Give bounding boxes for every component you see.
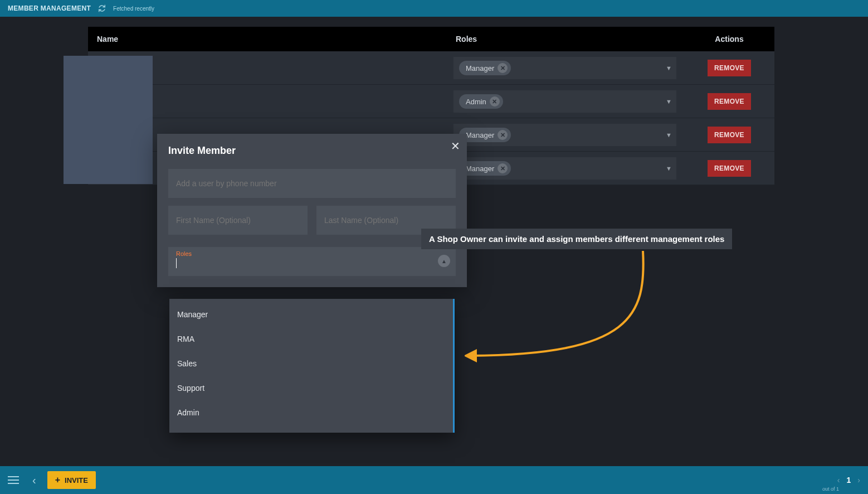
page-prev-icon[interactable]: ‹ bbox=[837, 476, 840, 485]
fetched-status: Fetched recently bbox=[113, 6, 154, 12]
roles-dropdown[interactable]: Manager ✕ ▼ bbox=[453, 157, 676, 180]
page-total: out of 1 bbox=[822, 486, 839, 492]
page-number: 1 bbox=[847, 476, 851, 485]
role-option-manager[interactable]: Manager bbox=[169, 302, 453, 327]
page-title: MEMBER MANAGEMENT bbox=[8, 4, 91, 12]
column-roles: Roles bbox=[453, 35, 693, 43]
bottom-bar: ‹ + INVITE ‹ 1 › out of 1 bbox=[0, 466, 868, 494]
role-chip-label: Admin bbox=[466, 98, 486, 106]
annotation-tooltip: A Shop Owner can invite and assign membe… bbox=[421, 229, 732, 249]
page-next-icon[interactable]: › bbox=[857, 476, 860, 485]
role-chip-label: Manager bbox=[466, 131, 494, 139]
table-row: Admin ✕ ▼ REMOVE bbox=[88, 85, 774, 118]
plus-icon: + bbox=[55, 476, 60, 485]
chevron-down-icon[interactable]: ▼ bbox=[666, 132, 672, 138]
roles-label: Roles bbox=[176, 250, 448, 257]
invite-button-label: INVITE bbox=[65, 476, 88, 485]
remove-role-icon[interactable]: ✕ bbox=[498, 163, 508, 173]
remove-role-icon[interactable]: ✕ bbox=[490, 96, 500, 106]
chevron-down-icon[interactable]: ▼ bbox=[666, 65, 672, 71]
role-chip: Manager ✕ bbox=[459, 61, 511, 75]
roles-dropdown[interactable]: Manager ✕ ▼ bbox=[453, 124, 676, 146]
role-option-support[interactable]: Support bbox=[169, 376, 453, 400]
remove-button[interactable]: REMOVE bbox=[708, 93, 751, 110]
chevron-down-icon[interactable]: ▼ bbox=[666, 98, 672, 105]
back-icon[interactable]: ‹ bbox=[29, 474, 40, 487]
avatar-redacted bbox=[64, 56, 153, 184]
column-name: Name bbox=[97, 35, 453, 43]
role-chip-label: Manager bbox=[466, 164, 494, 173]
last-name-input[interactable] bbox=[324, 216, 448, 225]
remove-button[interactable]: REMOVE bbox=[708, 60, 751, 76]
table-header: Name Roles Actions bbox=[88, 27, 774, 51]
phone-field[interactable] bbox=[168, 169, 456, 198]
roles-dropdown[interactable]: Admin ✕ ▼ bbox=[453, 90, 676, 113]
role-option-sales[interactable]: Sales bbox=[169, 351, 453, 376]
first-name-input[interactable] bbox=[176, 216, 300, 225]
modal-title: Invite Member bbox=[168, 145, 456, 157]
refresh-icon[interactable] bbox=[97, 4, 106, 13]
role-chip-label: Manager bbox=[466, 64, 494, 72]
role-option-rma[interactable]: RMA bbox=[169, 327, 453, 351]
chevron-up-icon[interactable]: ▲ bbox=[438, 255, 450, 267]
remove-role-icon[interactable]: ✕ bbox=[498, 130, 508, 140]
remove-button[interactable]: REMOVE bbox=[708, 127, 751, 143]
role-option-admin[interactable]: Admin bbox=[169, 400, 453, 425]
phone-input[interactable] bbox=[176, 179, 448, 188]
column-actions: Actions bbox=[693, 35, 765, 43]
table-row: Manager ✕ ▼ REMOVE bbox=[88, 51, 774, 85]
menu-icon[interactable] bbox=[8, 473, 21, 487]
pagination: ‹ 1 › out of 1 bbox=[837, 476, 860, 485]
roles-dropdown[interactable]: Manager ✕ ▼ bbox=[453, 57, 676, 79]
close-icon[interactable]: ✕ bbox=[451, 139, 460, 153]
remove-role-icon[interactable]: ✕ bbox=[498, 63, 508, 73]
role-chip: Admin ✕ bbox=[459, 94, 503, 109]
invite-member-modal: ✕ Invite Member Roles ▲ bbox=[157, 134, 467, 287]
roles-select[interactable]: Roles ▲ bbox=[168, 247, 456, 276]
chevron-down-icon[interactable]: ▼ bbox=[666, 165, 672, 172]
remove-button[interactable]: REMOVE bbox=[708, 160, 751, 177]
invite-button[interactable]: + INVITE bbox=[47, 471, 96, 489]
text-cursor bbox=[176, 258, 177, 268]
top-bar: MEMBER MANAGEMENT Fetched recently bbox=[0, 0, 868, 17]
roles-dropdown-menu: Manager RMA Sales Support Admin bbox=[169, 299, 455, 433]
first-name-field[interactable] bbox=[168, 206, 308, 235]
